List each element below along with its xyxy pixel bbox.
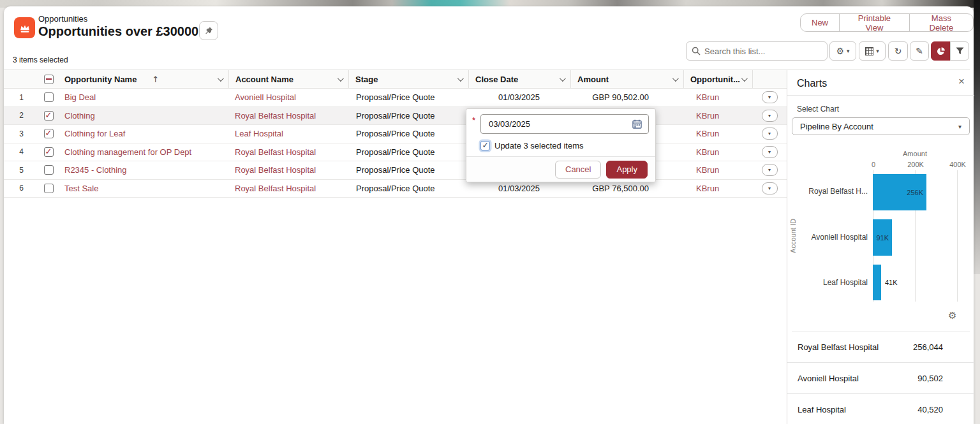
account-link[interactable]: Leaf Hospital xyxy=(235,129,283,138)
apply-button[interactable]: Apply xyxy=(606,161,648,179)
opportunity-link[interactable]: Clothing xyxy=(64,111,95,121)
category-label: Royal Belfast H... xyxy=(788,187,868,196)
search-input[interactable] xyxy=(704,47,813,56)
account-link[interactable]: Royal Belfast Hospital xyxy=(235,184,316,193)
popover-footer: Cancel Apply xyxy=(466,156,655,182)
pipeline-chart: Amount 0 200K 400K Account ID Royal Belf… xyxy=(788,146,968,307)
row-checkbox[interactable] xyxy=(44,165,54,175)
owner-link[interactable]: KBrun xyxy=(696,129,719,138)
row-number: 6 xyxy=(4,184,39,193)
checkbox-indeterminate[interactable] xyxy=(44,75,54,84)
page-title: Opportunities over £30000 ▾ xyxy=(38,24,209,39)
pin-list-button[interactable] xyxy=(199,21,218,40)
search-icon xyxy=(692,47,701,55)
account-link[interactable]: Royal Belfast Hospital xyxy=(235,111,316,121)
chart-summary-table: Royal Belfast Hospital 256,044 Avoniell … xyxy=(787,332,974,424)
owner-link[interactable]: KBrun xyxy=(696,111,719,121)
cancel-button[interactable]: Cancel xyxy=(555,161,601,179)
row-checkbox[interactable] xyxy=(44,184,54,193)
table-row: 5 R2345 - Clothing Royal Belfast Hospita… xyxy=(4,161,787,180)
row-actions-button[interactable]: ▾ xyxy=(762,182,778,194)
selection-status: 3 items selected xyxy=(13,55,68,64)
filter-button[interactable] xyxy=(950,41,969,61)
account-link[interactable]: Royal Belfast Hospital xyxy=(235,147,316,157)
list-view-controls-button[interactable]: ⚙▾ xyxy=(829,41,856,61)
row-actions-button[interactable]: ▾ xyxy=(762,110,778,122)
close-date-input[interactable]: 03/03/2025 xyxy=(480,114,649,134)
opportunity-link[interactable]: Big Deal xyxy=(64,92,96,102)
chevron-down-icon[interactable] xyxy=(338,75,344,82)
stage-cell: Proposal/Price Quote xyxy=(348,147,468,157)
display-as-button[interactable]: ▾ xyxy=(859,41,886,61)
row-actions-button[interactable]: ▾ xyxy=(762,146,778,158)
owner-link[interactable]: KBrun xyxy=(696,92,719,102)
calendar-icon[interactable] xyxy=(632,119,642,129)
background-edge xyxy=(974,0,980,274)
column-header-opportunity-owner[interactable]: Opportunit... xyxy=(683,70,752,88)
refresh-button[interactable]: ↻ xyxy=(888,41,908,61)
opportunity-link[interactable]: Clothing management for OP Dept xyxy=(64,147,191,157)
printable-view-button[interactable]: Printable View xyxy=(839,13,910,32)
owner-link[interactable]: KBrun xyxy=(696,147,719,157)
mass-delete-button[interactable]: Mass Delete xyxy=(909,13,974,32)
chevron-down-icon[interactable] xyxy=(218,75,224,82)
list-view-name: Opportunities over £30000 xyxy=(38,24,198,39)
chart-axis-title: Amount xyxy=(873,150,957,157)
owner-link[interactable]: KBrun xyxy=(696,165,719,175)
crown-icon xyxy=(19,22,31,34)
pencil-icon: ✎ xyxy=(916,46,923,56)
chevron-down-icon[interactable] xyxy=(457,75,464,82)
action-column xyxy=(752,70,787,88)
close-icon[interactable]: × xyxy=(958,75,965,88)
update-selected-checkbox[interactable] xyxy=(480,141,490,150)
chart-select-combobox[interactable]: Pipeline By Account ▾ xyxy=(792,117,970,135)
table-row: 4 Clothing management for OP Dept Royal … xyxy=(4,143,787,162)
column-header-amount[interactable]: Amount xyxy=(570,70,683,88)
summary-account: Royal Belfast Hospital xyxy=(798,342,879,352)
update-selected-label: Update 3 selected items xyxy=(494,141,583,150)
chevron-down-icon[interactable] xyxy=(741,75,748,82)
row-checkbox[interactable] xyxy=(44,147,54,157)
row-number: 5 xyxy=(4,166,39,175)
pin-icon xyxy=(204,26,213,35)
row-checkbox[interactable] xyxy=(44,92,54,102)
chart-bar[interactable]: 41K xyxy=(873,265,881,300)
list-view-card: Opportunities Opportunities over £30000 … xyxy=(4,6,974,424)
opportunity-link[interactable]: Test Sale xyxy=(64,184,98,193)
entity-label: Opportunities xyxy=(38,14,87,24)
opportunity-link[interactable]: Clothing for Leaf xyxy=(64,129,125,138)
summary-row: Avoniell Hospital 90,502 xyxy=(787,363,974,394)
chart-settings-gear-icon[interactable]: ⚙ xyxy=(948,310,956,321)
column-header-close-date[interactable]: Close Date xyxy=(468,70,570,88)
close-date-cell: 01/03/2025 xyxy=(468,184,570,193)
chart-bar[interactable]: 91K xyxy=(873,219,892,256)
new-button[interactable]: New xyxy=(800,13,840,32)
summary-account: Leaf Hospital xyxy=(798,405,846,414)
account-link[interactable]: Avoniell Hospital xyxy=(235,92,296,102)
account-link[interactable]: Royal Belfast Hospital xyxy=(235,165,316,175)
select-chart-label: Select Chart xyxy=(797,105,839,113)
charts-panel-title: Charts xyxy=(797,78,827,89)
close-date-cell: 01/03/2025 xyxy=(468,92,570,102)
row-number: 3 xyxy=(4,129,39,138)
pie-chart-icon xyxy=(936,47,946,56)
owner-link[interactable]: KBrun xyxy=(696,184,719,193)
column-header-stage[interactable]: Stage xyxy=(348,70,468,88)
chart-bar[interactable]: 256K xyxy=(873,174,926,210)
inline-edit-popover: * 03/03/2025 Update 3 selected items Can… xyxy=(466,108,656,182)
charts-toggle-button[interactable] xyxy=(931,41,951,61)
charts-panel: Charts × Select Chart Pipeline By Accoun… xyxy=(787,70,974,424)
chevron-down-icon[interactable] xyxy=(560,75,566,82)
row-actions-button[interactable]: ▾ xyxy=(762,128,778,140)
column-header-account-name[interactable]: Account Name xyxy=(228,70,348,88)
row-actions-button[interactable]: ▾ xyxy=(762,164,778,176)
row-actions-button[interactable]: ▾ xyxy=(762,91,778,103)
row-checkbox[interactable] xyxy=(44,111,54,121)
row-checkbox[interactable] xyxy=(44,129,54,138)
table-row: 3 Clothing for Leaf Leaf Hospital Propos… xyxy=(4,125,787,143)
opportunity-link[interactable]: R2345 - Clothing xyxy=(64,165,127,175)
column-header-opportunity-name[interactable]: Opportunity Name ↑ xyxy=(58,70,228,88)
chevron-down-icon[interactable] xyxy=(672,75,679,82)
select-all-checkbox[interactable] xyxy=(39,70,58,88)
inline-edit-button[interactable]: ✎ xyxy=(910,41,929,61)
